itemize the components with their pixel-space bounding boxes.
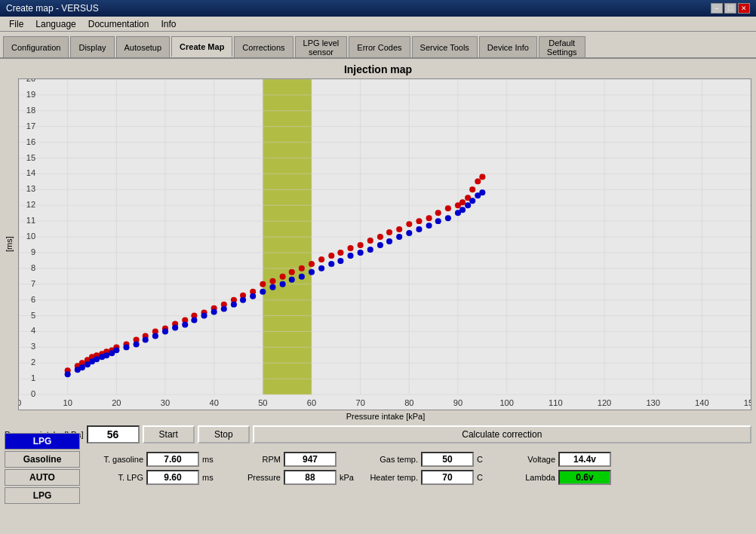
svg-point-140 <box>162 328 168 334</box>
bottom-controls: Pressure intake [kPa] 56 Start Stop Calc… <box>5 424 751 445</box>
svg-point-107 <box>328 253 334 259</box>
svg-point-143 <box>191 318 197 324</box>
start-button[interactable]: Start <box>143 425 195 443</box>
calculate-correction-button[interactable]: Calculate correction <box>253 425 751 443</box>
svg-point-160 <box>358 250 364 256</box>
pressure-intake-value: 56 <box>87 425 140 443</box>
svg-point-121 <box>459 199 466 205</box>
svg-point-149 <box>250 293 256 299</box>
svg-text:2: 2 <box>31 358 35 367</box>
menu-documentation[interactable]: Documentation <box>82 17 155 31</box>
svg-text:13: 13 <box>26 184 35 193</box>
heater-temp-label: Heater temp. <box>358 473 418 482</box>
svg-point-162 <box>377 242 383 248</box>
t-gasoline-value: 7.60 <box>146 452 199 467</box>
svg-text:150: 150 <box>744 398 751 407</box>
gas-temp-row: Gas temp. 50 C <box>358 451 492 468</box>
tab-service-tools[interactable]: Service Tools <box>412 36 478 57</box>
svg-point-157 <box>328 261 334 267</box>
gas-temp-unit: C <box>477 455 492 464</box>
tab-default-settings[interactable]: DefaultSettings <box>539 36 585 57</box>
svg-point-144 <box>201 313 207 319</box>
svg-text:100: 100 <box>499 398 514 407</box>
svg-point-136 <box>123 344 129 350</box>
tab-create-map[interactable]: Create Map <box>171 36 232 57</box>
svg-point-108 <box>337 250 343 256</box>
svg-point-146 <box>221 306 227 312</box>
temp-section: Gas temp. 50 C Heater temp. 70 C <box>358 451 492 486</box>
heater-temp-unit: C <box>477 473 492 482</box>
svg-point-161 <box>367 247 373 253</box>
svg-point-164 <box>396 234 402 240</box>
svg-point-105 <box>309 261 315 267</box>
svg-point-139 <box>152 333 158 339</box>
tab-error-codes[interactable]: Error Codes <box>349 36 410 57</box>
svg-point-142 <box>182 322 188 328</box>
svg-text:0: 0 <box>31 389 35 398</box>
t-lpg-value: 9.60 <box>146 470 199 485</box>
pressure-unit: kPa <box>340 473 355 482</box>
menu-file[interactable]: File <box>3 17 29 31</box>
svg-point-123 <box>469 186 475 192</box>
lpg2-badge: LPG <box>5 487 80 504</box>
minimize-button[interactable]: − <box>711 3 723 14</box>
svg-text:9: 9 <box>31 247 35 256</box>
titlebar: Create map - VERSUS − □ ✕ <box>0 0 756 17</box>
maximize-button[interactable]: □ <box>724 3 736 14</box>
tab-corrections[interactable]: Corrections <box>234 36 293 57</box>
voltage-label: Voltage <box>495 455 555 464</box>
menu-info[interactable]: Info <box>155 17 182 31</box>
svg-text:130: 130 <box>646 398 660 407</box>
tab-lpg-level[interactable]: LPG levelsensor <box>295 36 348 57</box>
svg-point-118 <box>435 210 441 216</box>
svg-text:18: 18 <box>26 106 35 115</box>
svg-text:70: 70 <box>355 398 364 407</box>
svg-point-159 <box>347 253 353 259</box>
pressure-status-label: Pressure <box>220 473 281 482</box>
svg-point-128 <box>79 364 85 370</box>
svg-text:17: 17 <box>26 121 35 130</box>
tab-autosetup[interactable]: Autosetup <box>116 36 171 57</box>
svg-point-100 <box>260 281 266 287</box>
svg-point-145 <box>211 309 217 315</box>
svg-text:110: 110 <box>549 398 563 407</box>
svg-text:4: 4 <box>31 327 35 336</box>
y-axis-label: [ms] <box>5 78 17 410</box>
svg-point-158 <box>337 258 343 264</box>
svg-text:15: 15 <box>26 153 35 162</box>
close-button[interactable]: ✕ <box>738 3 750 14</box>
tab-display[interactable]: Display <box>70 36 114 57</box>
lambda-value: 0.6v <box>558 470 611 485</box>
lpg-badge: LPG <box>5 433 80 450</box>
svg-point-154 <box>299 274 305 280</box>
status-bar: LPG Gasoline AUTO LPG T. gasoline 7.60 m… <box>5 448 751 489</box>
svg-point-112 <box>377 234 383 240</box>
voltage-row: Voltage 14.4v <box>495 451 611 468</box>
chart-wrapper: [ms] <box>5 78 751 410</box>
svg-point-165 <box>406 230 412 236</box>
svg-point-115 <box>406 221 412 227</box>
rpm-pressure-section: RPM 947 Pressure 88 kPa <box>220 451 355 486</box>
tab-device-info[interactable]: Device Info <box>479 36 537 57</box>
svg-text:1: 1 <box>31 373 35 382</box>
svg-point-148 <box>240 297 246 303</box>
t-gasoline-unit: ms <box>202 455 217 464</box>
rpm-value: 947 <box>284 452 337 467</box>
svg-point-125 <box>479 173 485 180</box>
menubar: File Language Documentation Info <box>0 17 756 32</box>
svg-point-156 <box>318 265 324 272</box>
svg-point-147 <box>231 302 237 308</box>
svg-point-167 <box>426 222 432 229</box>
svg-point-113 <box>386 229 392 235</box>
rpm-label: RPM <box>220 455 281 464</box>
stop-button[interactable]: Stop <box>198 425 250 443</box>
menu-language[interactable]: Language <box>29 17 81 31</box>
tab-configuration[interactable]: Configuration <box>3 36 69 57</box>
tab-bar: Configuration Display Autosetup Create M… <box>0 32 756 59</box>
svg-point-116 <box>416 218 422 224</box>
svg-text:60: 60 <box>307 398 316 407</box>
svg-text:11: 11 <box>26 216 35 225</box>
auto-badge: AUTO <box>5 469 80 486</box>
heater-temp-row: Heater temp. 70 C <box>358 469 492 486</box>
svg-point-117 <box>426 215 432 221</box>
